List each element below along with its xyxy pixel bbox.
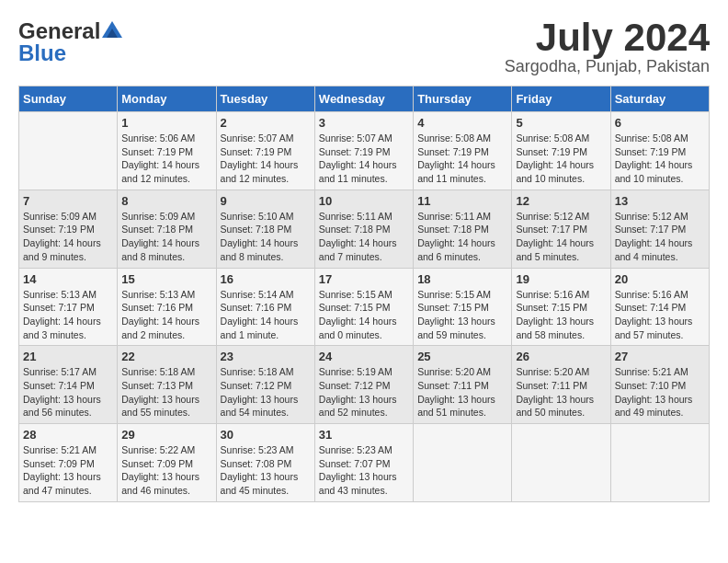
day-number: 8 bbox=[121, 194, 211, 208]
day-number: 15 bbox=[121, 272, 211, 286]
calendar-week: 21Sunrise: 5:17 AM Sunset: 7:14 PM Dayli… bbox=[19, 346, 710, 424]
day-number: 4 bbox=[417, 116, 507, 130]
calendar-week: 1Sunrise: 5:06 AM Sunset: 7:19 PM Daylig… bbox=[19, 112, 710, 190]
calendar-table: SundayMondayTuesdayWednesdayThursdayFrid… bbox=[18, 86, 710, 502]
day-info: Sunrise: 5:08 AM Sunset: 7:19 PM Dayligh… bbox=[516, 132, 606, 186]
day-info: Sunrise: 5:20 AM Sunset: 7:11 PM Dayligh… bbox=[417, 365, 507, 419]
logo-icon bbox=[102, 21, 122, 38]
day-number: 5 bbox=[516, 116, 606, 130]
calendar-cell: 6Sunrise: 5:08 AM Sunset: 7:19 PM Daylig… bbox=[610, 112, 709, 190]
calendar-cell: 15Sunrise: 5:13 AM Sunset: 7:16 PM Dayli… bbox=[118, 268, 216, 346]
weekday-header: Wednesday bbox=[314, 86, 413, 112]
day-info: Sunrise: 5:15 AM Sunset: 7:15 PM Dayligh… bbox=[319, 288, 409, 342]
calendar-cell: 21Sunrise: 5:17 AM Sunset: 7:14 PM Dayli… bbox=[19, 346, 118, 424]
day-info: Sunrise: 5:16 AM Sunset: 7:15 PM Dayligh… bbox=[516, 288, 606, 342]
day-info: Sunrise: 5:13 AM Sunset: 7:17 PM Dayligh… bbox=[23, 288, 113, 342]
month-title: July 2024 bbox=[505, 18, 710, 57]
day-number: 20 bbox=[615, 272, 705, 286]
day-number: 25 bbox=[417, 350, 507, 363]
day-info: Sunrise: 5:21 AM Sunset: 7:09 PM Dayligh… bbox=[23, 443, 113, 498]
calendar-cell: 18Sunrise: 5:15 AM Sunset: 7:15 PM Dayli… bbox=[414, 268, 512, 346]
calendar-cell: 28Sunrise: 5:21 AM Sunset: 7:09 PM Dayli… bbox=[19, 424, 118, 502]
day-info: Sunrise: 5:15 AM Sunset: 7:15 PM Dayligh… bbox=[417, 288, 507, 342]
calendar-cell: 2Sunrise: 5:07 AM Sunset: 7:19 PM Daylig… bbox=[216, 112, 314, 190]
day-number: 24 bbox=[319, 350, 409, 363]
weekday-header: Monday bbox=[118, 86, 216, 112]
day-info: Sunrise: 5:19 AM Sunset: 7:12 PM Dayligh… bbox=[319, 365, 409, 419]
day-number: 26 bbox=[516, 350, 606, 363]
calendar-cell: 3Sunrise: 5:07 AM Sunset: 7:19 PM Daylig… bbox=[314, 112, 413, 190]
calendar-cell: 11Sunrise: 5:11 AM Sunset: 7:18 PM Dayli… bbox=[414, 190, 512, 268]
day-number: 7 bbox=[23, 194, 113, 208]
day-number: 3 bbox=[319, 116, 409, 130]
calendar-cell: 25Sunrise: 5:20 AM Sunset: 7:11 PM Dayli… bbox=[414, 346, 512, 424]
day-number: 22 bbox=[121, 350, 211, 363]
day-info: Sunrise: 5:17 AM Sunset: 7:14 PM Dayligh… bbox=[23, 365, 113, 419]
day-number: 18 bbox=[417, 272, 507, 286]
calendar-cell: 5Sunrise: 5:08 AM Sunset: 7:19 PM Daylig… bbox=[512, 112, 610, 190]
day-number: 14 bbox=[23, 272, 113, 286]
day-number: 23 bbox=[221, 350, 311, 363]
weekday-header: Tuesday bbox=[216, 86, 314, 112]
day-number: 1 bbox=[121, 116, 211, 130]
logo: General Blue bbox=[18, 18, 122, 66]
day-number: 17 bbox=[319, 272, 409, 286]
day-info: Sunrise: 5:07 AM Sunset: 7:19 PM Dayligh… bbox=[319, 132, 409, 186]
day-info: Sunrise: 5:23 AM Sunset: 7:07 PM Dayligh… bbox=[319, 443, 409, 498]
day-number: 28 bbox=[23, 428, 113, 442]
day-number: 11 bbox=[417, 194, 507, 208]
day-info: Sunrise: 5:16 AM Sunset: 7:14 PM Dayligh… bbox=[615, 288, 705, 342]
day-info: Sunrise: 5:09 AM Sunset: 7:19 PM Dayligh… bbox=[23, 210, 113, 264]
day-number: 13 bbox=[615, 194, 705, 208]
calendar-cell: 7Sunrise: 5:09 AM Sunset: 7:19 PM Daylig… bbox=[19, 190, 118, 268]
calendar-cell: 20Sunrise: 5:16 AM Sunset: 7:14 PM Dayli… bbox=[610, 268, 709, 346]
calendar-cell: 26Sunrise: 5:20 AM Sunset: 7:11 PM Dayli… bbox=[512, 346, 610, 424]
calendar-cell: 9Sunrise: 5:10 AM Sunset: 7:18 PM Daylig… bbox=[216, 190, 314, 268]
calendar-cell: 22Sunrise: 5:18 AM Sunset: 7:13 PM Dayli… bbox=[118, 346, 216, 424]
calendar-cell: 31Sunrise: 5:23 AM Sunset: 7:07 PM Dayli… bbox=[314, 424, 413, 502]
calendar-cell: 1Sunrise: 5:06 AM Sunset: 7:19 PM Daylig… bbox=[118, 112, 216, 190]
calendar-cell bbox=[19, 112, 118, 190]
calendar-cell: 14Sunrise: 5:13 AM Sunset: 7:17 PM Dayli… bbox=[19, 268, 118, 346]
calendar-cell: 19Sunrise: 5:16 AM Sunset: 7:15 PM Dayli… bbox=[512, 268, 610, 346]
day-info: Sunrise: 5:18 AM Sunset: 7:13 PM Dayligh… bbox=[121, 365, 211, 419]
header-row: SundayMondayTuesdayWednesdayThursdayFrid… bbox=[19, 86, 710, 112]
calendar-week: 7Sunrise: 5:09 AM Sunset: 7:19 PM Daylig… bbox=[19, 190, 710, 268]
calendar-cell: 10Sunrise: 5:11 AM Sunset: 7:18 PM Dayli… bbox=[314, 190, 413, 268]
day-info: Sunrise: 5:11 AM Sunset: 7:18 PM Dayligh… bbox=[319, 210, 409, 264]
calendar-cell: 13Sunrise: 5:12 AM Sunset: 7:17 PM Dayli… bbox=[610, 190, 709, 268]
day-info: Sunrise: 5:09 AM Sunset: 7:18 PM Dayligh… bbox=[121, 210, 211, 264]
calendar-cell: 24Sunrise: 5:19 AM Sunset: 7:12 PM Dayli… bbox=[314, 346, 413, 424]
day-info: Sunrise: 5:07 AM Sunset: 7:19 PM Dayligh… bbox=[221, 132, 311, 186]
weekday-header: Thursday bbox=[414, 86, 512, 112]
day-info: Sunrise: 5:12 AM Sunset: 7:17 PM Dayligh… bbox=[615, 210, 705, 264]
day-info: Sunrise: 5:10 AM Sunset: 7:18 PM Dayligh… bbox=[221, 210, 311, 264]
day-info: Sunrise: 5:20 AM Sunset: 7:11 PM Dayligh… bbox=[516, 365, 606, 419]
calendar-cell: 30Sunrise: 5:23 AM Sunset: 7:08 PM Dayli… bbox=[216, 424, 314, 502]
title-block: July 2024 Sargodha, Punjab, Pakistan bbox=[505, 18, 710, 76]
day-number: 9 bbox=[221, 194, 311, 208]
calendar-week: 28Sunrise: 5:21 AM Sunset: 7:09 PM Dayli… bbox=[19, 424, 710, 502]
page-header: General Blue July 2024 Sargodha, Punjab,… bbox=[18, 18, 710, 76]
day-number: 16 bbox=[221, 272, 311, 286]
day-number: 10 bbox=[319, 194, 409, 208]
day-number: 29 bbox=[121, 428, 211, 442]
day-info: Sunrise: 5:23 AM Sunset: 7:08 PM Dayligh… bbox=[221, 443, 311, 498]
day-info: Sunrise: 5:21 AM Sunset: 7:10 PM Dayligh… bbox=[615, 365, 705, 419]
calendar-cell: 27Sunrise: 5:21 AM Sunset: 7:10 PM Dayli… bbox=[610, 346, 709, 424]
day-info: Sunrise: 5:13 AM Sunset: 7:16 PM Dayligh… bbox=[121, 288, 211, 342]
calendar-cell: 23Sunrise: 5:18 AM Sunset: 7:12 PM Dayli… bbox=[216, 346, 314, 424]
day-info: Sunrise: 5:12 AM Sunset: 7:17 PM Dayligh… bbox=[516, 210, 606, 264]
day-info: Sunrise: 5:08 AM Sunset: 7:19 PM Dayligh… bbox=[615, 132, 705, 186]
calendar-cell: 29Sunrise: 5:22 AM Sunset: 7:09 PM Dayli… bbox=[118, 424, 216, 502]
day-info: Sunrise: 5:22 AM Sunset: 7:09 PM Dayligh… bbox=[121, 443, 211, 498]
calendar-cell bbox=[414, 424, 512, 502]
day-info: Sunrise: 5:18 AM Sunset: 7:12 PM Dayligh… bbox=[221, 365, 311, 419]
calendar-cell: 4Sunrise: 5:08 AM Sunset: 7:19 PM Daylig… bbox=[414, 112, 512, 190]
location-title: Sargodha, Punjab, Pakistan bbox=[505, 57, 710, 76]
weekday-header: Sunday bbox=[19, 86, 118, 112]
day-info: Sunrise: 5:11 AM Sunset: 7:18 PM Dayligh… bbox=[417, 210, 507, 264]
day-info: Sunrise: 5:06 AM Sunset: 7:19 PM Dayligh… bbox=[121, 132, 211, 186]
calendar-cell bbox=[610, 424, 709, 502]
day-info: Sunrise: 5:08 AM Sunset: 7:19 PM Dayligh… bbox=[417, 132, 507, 186]
